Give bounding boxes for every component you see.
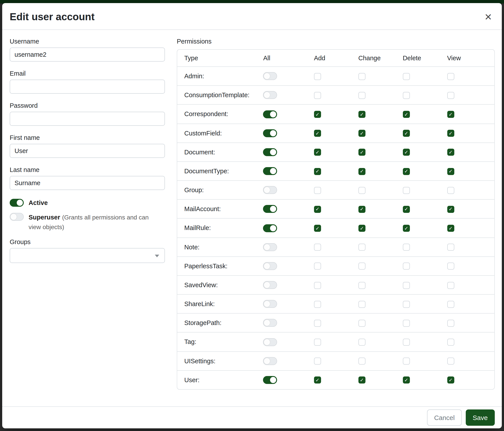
- perm-all-toggle[interactable]: [263, 224, 277, 232]
- perm-change-checkbox[interactable]: [359, 358, 365, 365]
- perm-all-toggle[interactable]: [263, 167, 277, 175]
- perm-all-toggle[interactable]: [263, 281, 277, 289]
- perm-view-checkbox[interactable]: [447, 168, 454, 175]
- cancel-button[interactable]: Cancel: [427, 409, 462, 426]
- perm-add-checkbox[interactable]: [314, 339, 321, 346]
- permissions-section: Permissions Type All Add Change Delete: [177, 38, 495, 406]
- perm-delete-checkbox[interactable]: [403, 282, 410, 289]
- perm-add-checkbox[interactable]: [314, 168, 321, 175]
- perm-delete-checkbox[interactable]: [403, 320, 410, 327]
- perm-all-toggle[interactable]: [263, 205, 277, 213]
- perm-all-toggle[interactable]: [263, 319, 277, 327]
- perm-change-checkbox[interactable]: [359, 187, 365, 194]
- table-row: StoragePath:: [177, 314, 494, 332]
- perm-change-checkbox[interactable]: [359, 282, 365, 289]
- perm-delete-checkbox[interactable]: [403, 301, 410, 308]
- perm-view-checkbox[interactable]: [447, 206, 454, 213]
- last-name-input[interactable]: [10, 176, 165, 190]
- perm-delete-checkbox[interactable]: [403, 358, 410, 365]
- perm-all-toggle[interactable]: [263, 300, 277, 308]
- superuser-toggle[interactable]: [10, 213, 24, 221]
- perm-change-checkbox[interactable]: [359, 244, 365, 251]
- switch-knob: [270, 225, 276, 231]
- perm-delete-checkbox[interactable]: [403, 225, 410, 232]
- perm-add-checkbox[interactable]: [314, 92, 321, 99]
- perm-delete-checkbox[interactable]: [403, 73, 410, 80]
- email-input[interactable]: [10, 80, 165, 94]
- close-icon[interactable]: ✕: [483, 11, 494, 22]
- perm-view-checkbox[interactable]: [447, 130, 454, 137]
- perm-view-checkbox[interactable]: [447, 73, 454, 80]
- perm-change-checkbox[interactable]: [359, 130, 365, 137]
- perm-delete-checkbox[interactable]: [403, 244, 410, 251]
- perm-all-toggle[interactable]: [263, 357, 277, 365]
- perm-all-toggle[interactable]: [263, 338, 277, 346]
- perm-all-toggle[interactable]: [263, 186, 277, 194]
- first-name-input[interactable]: [10, 144, 165, 158]
- active-toggle[interactable]: [10, 199, 24, 207]
- username-input[interactable]: [10, 47, 165, 62]
- perm-add-checkbox[interactable]: [314, 301, 321, 308]
- perm-add-checkbox[interactable]: [314, 244, 321, 251]
- perm-all-toggle[interactable]: [263, 148, 277, 156]
- groups-select[interactable]: [10, 248, 165, 263]
- save-button[interactable]: Save: [466, 409, 495, 426]
- perm-delete-checkbox[interactable]: [403, 339, 410, 346]
- perm-view-checkbox[interactable]: [447, 339, 454, 346]
- perm-add-checkbox[interactable]: [314, 358, 321, 365]
- perm-add-checkbox[interactable]: [314, 111, 321, 118]
- perm-change-checkbox[interactable]: [359, 320, 365, 327]
- perm-delete-checkbox[interactable]: [403, 92, 410, 99]
- perm-add-checkbox[interactable]: [314, 187, 321, 194]
- perm-view-checkbox[interactable]: [447, 149, 454, 156]
- perm-delete-checkbox[interactable]: [403, 187, 410, 194]
- perm-change-checkbox[interactable]: [359, 339, 365, 346]
- email-field-group: Email: [10, 70, 165, 94]
- perm-change-checkbox[interactable]: [359, 377, 365, 384]
- perm-all-toggle[interactable]: [263, 376, 277, 384]
- perm-add-checkbox[interactable]: [314, 73, 321, 80]
- perm-all-toggle[interactable]: [263, 91, 277, 99]
- perm-add-checkbox[interactable]: [314, 130, 321, 137]
- perm-all-toggle[interactable]: [263, 243, 277, 251]
- perm-change-checkbox[interactable]: [359, 92, 365, 99]
- perm-view-checkbox[interactable]: [447, 187, 454, 194]
- perm-all-toggle[interactable]: [263, 129, 277, 137]
- perm-change-checkbox[interactable]: [359, 149, 365, 156]
- perm-change-checkbox[interactable]: [359, 111, 365, 118]
- perm-add-checkbox[interactable]: [314, 225, 321, 232]
- perm-add-checkbox[interactable]: [314, 149, 321, 156]
- perm-change-checkbox[interactable]: [359, 168, 365, 175]
- perm-change-checkbox[interactable]: [359, 206, 365, 213]
- perm-add-checkbox[interactable]: [314, 263, 321, 270]
- perm-change-checkbox[interactable]: [359, 73, 365, 80]
- perm-all-toggle[interactable]: [263, 110, 277, 118]
- perm-change-checkbox[interactable]: [359, 263, 365, 270]
- perm-add-checkbox[interactable]: [314, 377, 321, 384]
- perm-view-checkbox[interactable]: [447, 301, 454, 308]
- perm-delete-checkbox[interactable]: [403, 130, 410, 137]
- perm-delete-checkbox[interactable]: [403, 111, 410, 118]
- perm-change-checkbox[interactable]: [359, 301, 365, 308]
- perm-delete-checkbox[interactable]: [403, 263, 410, 270]
- perm-delete-checkbox[interactable]: [403, 206, 410, 213]
- perm-view-checkbox[interactable]: [447, 320, 454, 327]
- perm-add-checkbox[interactable]: [314, 282, 321, 289]
- perm-add-checkbox[interactable]: [314, 206, 321, 213]
- perm-view-checkbox[interactable]: [447, 358, 454, 365]
- perm-all-toggle[interactable]: [263, 72, 277, 80]
- perm-view-checkbox[interactable]: [447, 92, 454, 99]
- perm-view-checkbox[interactable]: [447, 244, 454, 251]
- perm-change-checkbox[interactable]: [359, 225, 365, 232]
- password-input[interactable]: [10, 112, 165, 126]
- perm-all-toggle[interactable]: [263, 262, 277, 270]
- perm-view-checkbox[interactable]: [447, 111, 454, 118]
- perm-delete-checkbox[interactable]: [403, 168, 410, 175]
- perm-view-checkbox[interactable]: [447, 282, 454, 289]
- perm-add-checkbox[interactable]: [314, 320, 321, 327]
- perm-delete-checkbox[interactable]: [403, 377, 410, 384]
- perm-view-checkbox[interactable]: [447, 377, 454, 384]
- perm-view-checkbox[interactable]: [447, 263, 454, 270]
- perm-view-checkbox[interactable]: [447, 225, 454, 232]
- perm-delete-checkbox[interactable]: [403, 149, 410, 156]
